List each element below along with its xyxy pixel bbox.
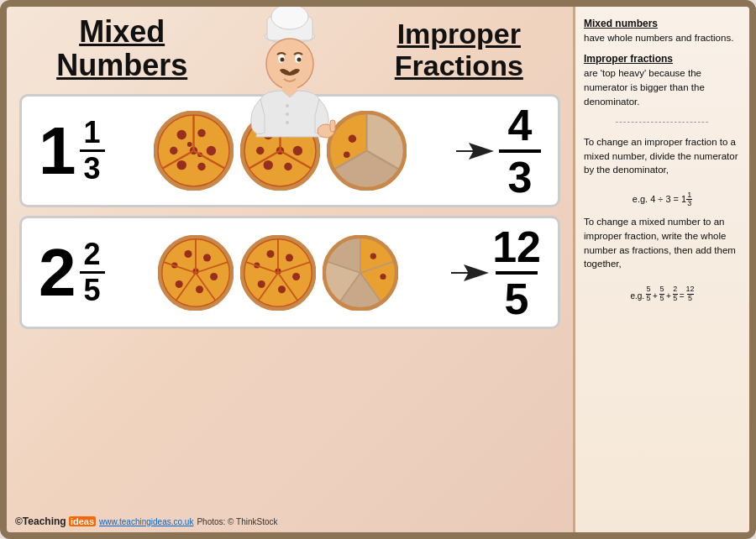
chef-svg: [235, 7, 344, 154]
main-container: MixedNumbers ImproperFractions: [0, 0, 756, 539]
sidebar-title-mixed: Mixed numbers: [584, 18, 658, 29]
sidebar-section-4: To change a mixed number to an improper …: [584, 215, 741, 302]
fraction-part-2: 2 5: [80, 239, 105, 306]
svg-point-80: [370, 253, 376, 259]
svg-point-19: [207, 146, 216, 155]
logo-highlight: ideas: [69, 516, 96, 526]
fraction-box-2: 2 2 5: [19, 216, 560, 329]
sidebar-text-4: To change a mixed number to an improper …: [584, 217, 736, 269]
svg-point-9: [286, 104, 289, 107]
svg-point-55: [196, 285, 203, 293]
whole-num-2: 2: [39, 239, 76, 306]
svg-point-2: [271, 7, 308, 29]
sidebar-text-3: To change an improper fraction to a mixe…: [584, 137, 738, 175]
svg-point-44: [344, 152, 350, 159]
pizza-3: [158, 235, 234, 311]
svg-point-68: [286, 254, 293, 261]
svg-point-54: [210, 273, 218, 280]
svg-point-69: [292, 273, 300, 280]
svg-point-53: [203, 254, 211, 261]
sidebar-divider: ------------------------: [584, 115, 741, 128]
pizza-4: [240, 235, 316, 311]
improper-section-2: 12 5: [451, 225, 541, 321]
title-mixed: MixedNumbers: [56, 15, 187, 81]
svg-point-67: [266, 250, 274, 258]
svg-point-11: [286, 121, 289, 124]
svg-point-52: [184, 250, 192, 258]
photos-credit: Photos: © ThinkStock: [197, 517, 277, 526]
arrow-left-2: [451, 260, 489, 285]
svg-point-10: [286, 113, 289, 116]
svg-marker-49: [456, 143, 494, 160]
svg-point-71: [258, 280, 265, 288]
left-area: MixedNumbers ImproperFractions: [7, 7, 573, 532]
title-improper: ImproperFractions: [395, 18, 523, 81]
sidebar-text-1: have whole numbers and fractions.: [584, 33, 733, 43]
sidebar-formula-1: e.g. 4 ÷ 3 = 113: [584, 191, 741, 209]
sidebar-title-improper: Improper fractions: [584, 53, 673, 65]
improper-frac-1: 4 3: [499, 103, 541, 199]
svg-point-20: [198, 163, 207, 171]
svg-point-6: [281, 58, 285, 62]
sidebar-formula-2: e.g. 55 + 55 + 25 = 125: [584, 285, 741, 303]
sidebar-section-3: To change an improper fraction to a mixe…: [584, 135, 741, 208]
svg-point-35: [285, 163, 293, 171]
pizza-1: [154, 111, 234, 191]
svg-point-56: [176, 280, 183, 288]
svg-point-36: [264, 160, 273, 170]
right-sidebar: Mixed numbers have whole numbers and fra…: [573, 7, 749, 532]
svg-point-22: [170, 147, 178, 155]
svg-rect-13: [330, 120, 335, 132]
arrow-left-1: [456, 139, 494, 164]
svg-point-81: [380, 274, 386, 280]
sidebar-text-2: are 'top heavy' because the numerator is…: [584, 68, 705, 106]
improper-frac-2: 12 5: [492, 225, 541, 321]
whole-num-1: 1: [39, 118, 76, 185]
svg-point-24: [187, 142, 192, 147]
footer: ©Teaching ideas www.teachingideas.co.uk …: [15, 515, 278, 527]
mixed-number-2: 2 2 5: [39, 239, 105, 306]
sidebar-section-1: Mixed numbers have whole numbers and fra…: [584, 17, 741, 45]
svg-point-18: [198, 129, 207, 138]
svg-point-43: [349, 135, 357, 144]
pizzas-row-2: [158, 235, 398, 311]
svg-point-7: [297, 58, 302, 62]
chef-character: [235, 7, 344, 158]
pizza-partial-2: [323, 235, 398, 311]
svg-point-70: [278, 285, 286, 293]
svg-point-21: [177, 160, 186, 170]
teaching-logo: ©Teaching ideas: [15, 515, 96, 527]
svg-point-17: [177, 130, 186, 139]
svg-marker-88: [451, 264, 489, 281]
improper-section-1: 4 3: [456, 103, 541, 199]
sidebar-section-2: Improper fractions are 'top heavy' becau…: [584, 52, 741, 108]
mixed-number-1: 1 1 3: [39, 118, 105, 185]
website-link[interactable]: www.teachingideas.co.uk: [99, 517, 193, 526]
fraction-part-1: 1 3: [80, 118, 105, 184]
